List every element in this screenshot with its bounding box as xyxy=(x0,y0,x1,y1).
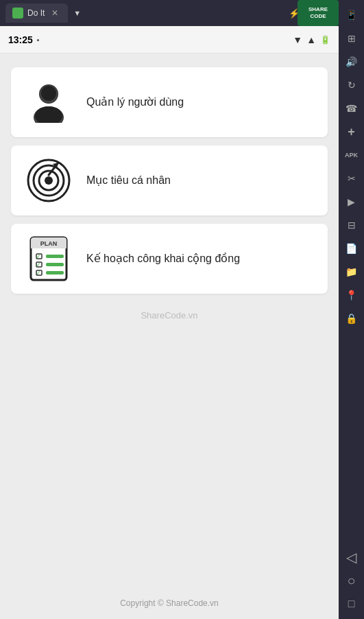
apk-icon[interactable]: APK xyxy=(341,144,363,166)
svg-rect-24 xyxy=(46,271,64,275)
watermark: ShareCode.vn xyxy=(11,307,328,323)
svg-point-5 xyxy=(35,106,62,123)
browser-tab[interactable]: Do It ✕ xyxy=(5,3,68,23)
sharecode-logo: SHARECODE xyxy=(298,0,339,26)
svg-text:✓: ✓ xyxy=(36,261,41,268)
svg-text:✓: ✓ xyxy=(36,253,41,260)
personal-goal-icon xyxy=(25,156,73,205)
contact-icon[interactable]: ☎ xyxy=(341,97,363,119)
footer: Copyright © ShareCode.vn xyxy=(0,587,339,619)
wifi-icon: ▼ xyxy=(293,34,302,45)
personal-goal-label: Mục tiêu cá nhân xyxy=(86,173,171,188)
right-sidebar: 📱 ⊞ 🔊 ↻ ☎ + APK ✂ ▶ ⊟ 📄 📁 📍 🔒 ◁ ○ □ xyxy=(339,0,364,619)
user-management-label: Quản lý người dùng xyxy=(86,95,184,110)
volume-icon[interactable]: 🔊 xyxy=(341,51,363,73)
status-bar: 13:25 ▪ ▼ ▲ 🔋 xyxy=(0,26,339,54)
tab-favicon xyxy=(12,8,23,19)
svg-rect-18 xyxy=(46,255,64,258)
svg-rect-21 xyxy=(46,263,64,266)
browser-topbar: Do It ✕ ▼ ⚡ ⊙ ☰ SHARECODE xyxy=(0,0,339,26)
personal-goal-card[interactable]: Mục tiêu cá nhân xyxy=(11,145,328,215)
community-plan-icon: PLAN ✓ ✓ ✓ xyxy=(25,235,73,283)
svg-text:PLAN: PLAN xyxy=(40,240,58,247)
status-icons: ▼ ▲ 🔋 xyxy=(293,34,330,45)
back-icon[interactable]: ◁ xyxy=(341,546,363,568)
phone-area: Do It ✕ ▼ ⚡ ⊙ ☰ SHARECODE 13:25 ▪ ▼ ▲ 🔋 xyxy=(0,0,339,619)
status-time: 13:25 xyxy=(8,34,33,45)
community-plan-label: Kế hoạch công khai cộng đồng xyxy=(86,251,240,266)
grid-icon[interactable]: ⊞ xyxy=(341,27,363,49)
svg-text:✓: ✓ xyxy=(36,270,41,277)
tab-dropdown-button[interactable]: ▼ xyxy=(71,8,84,19)
rotate-icon[interactable]: ↻ xyxy=(341,74,363,96)
folder-icon[interactable]: 📁 xyxy=(341,261,363,283)
main-content: Quản lý người dùng Mục tiêu cá nhân xyxy=(0,54,339,587)
add-icon[interactable]: + xyxy=(341,121,363,143)
user-management-icon xyxy=(25,78,73,126)
storage-icon: ▪ xyxy=(37,36,40,44)
svg-point-9 xyxy=(45,176,53,185)
battery-icon: 🔋 xyxy=(320,35,330,45)
tools-icon[interactable]: ✂ xyxy=(341,167,363,189)
file-icon[interactable]: 📄 xyxy=(341,237,363,259)
svg-point-4 xyxy=(41,86,56,101)
calculator-icon[interactable]: ⊟ xyxy=(341,214,363,236)
lock-icon[interactable]: 🔒 xyxy=(341,307,363,329)
tab-close-button[interactable]: ✕ xyxy=(49,7,61,19)
phone-icon[interactable]: 📱 xyxy=(341,4,363,26)
tab-title: Do It xyxy=(27,8,45,18)
community-plan-card[interactable]: PLAN ✓ ✓ ✓ Kế hoạch công khai cộng đồng xyxy=(11,224,328,294)
location-icon[interactable]: 📍 xyxy=(341,284,363,306)
user-management-card[interactable]: Quản lý người dùng xyxy=(11,67,328,137)
signal-icon: ▲ xyxy=(306,34,316,45)
recent-icon[interactable]: □ xyxy=(341,593,363,615)
video-icon[interactable]: ▶ xyxy=(341,191,363,213)
home-icon[interactable]: ○ xyxy=(341,570,363,592)
